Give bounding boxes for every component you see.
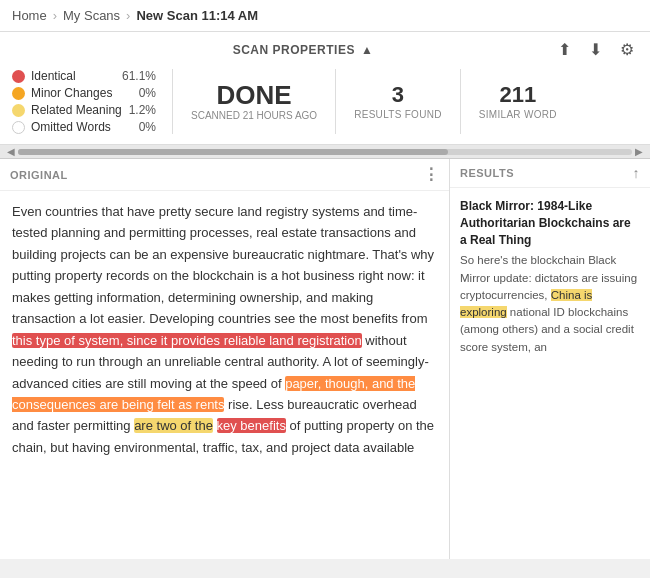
identical-dot [12,70,25,83]
download-button[interactable]: ⬇ [585,38,606,61]
share-button[interactable]: ⬆ [554,38,575,61]
result-highlight-china: China is exploring [460,289,592,318]
stat-similar-label: SIMILAR WORD [479,109,557,120]
scan-properties-icons: ⬆ ⬇ ⚙ [554,38,638,61]
scan-stats-row: Identical 61.1% Minor Changes 0% Related… [12,61,638,144]
settings-button[interactable]: ⚙ [616,38,638,61]
result-card-1-title: Black Mirror: 1984-Like Authoritarian Bl… [460,198,640,248]
stat-done-text: DONE [217,82,292,108]
scroll-thumb [18,149,448,155]
scan-properties-label: SCAN PROPERTIES [233,43,355,57]
identical-label: Identical [31,69,116,83]
minor-dot [12,87,25,100]
result-card-1-body: So here's the blockchain Black Mirror up… [460,252,640,356]
breadcrumb-home[interactable]: Home [12,8,47,23]
breadcrumb-my-scans[interactable]: My Scans [63,8,120,23]
chevron-up-icon: ▲ [361,43,373,57]
original-highlight-red-2: key benefits [217,418,286,433]
omitted-dot [12,121,25,134]
results-label: RESULTS [460,167,514,179]
related-dot [12,104,25,117]
legend-column: Identical 61.1% Minor Changes 0% Related… [12,69,172,134]
stat-results-num: 3 [392,83,404,107]
scroll-left-arrow[interactable]: ◀ [4,146,18,157]
minor-pct: 0% [139,86,156,100]
original-highlight-yellow-1: are two of the [134,418,213,433]
original-highlight-red-1: this type of system, since it provides r… [12,333,362,348]
scan-properties-panel: SCAN PROPERTIES ▲ ⬆ ⬇ ⚙ Identical 61.1% … [0,32,650,145]
stat-done-block: DONE SCANNED 21 HOURS AGO [172,69,335,134]
original-text-space [213,418,217,433]
omitted-label: Omitted Words [31,120,133,134]
results-panel: RESULTS ↑ Black Mirror: 1984-Like Author… [450,159,650,559]
identical-pct: 61.1% [122,69,156,83]
original-label: ORIGINAL [10,169,68,181]
results-sort-button[interactable]: ↑ [633,165,641,181]
original-text-without: without [362,333,407,348]
horizontal-scrollbar[interactable]: ◀ ▶ [0,145,650,159]
stat-scanned-ago: SCANNED 21 HOURS AGO [191,110,317,121]
scroll-track[interactable] [18,149,632,155]
original-text-1: Even countries that have pretty secure l… [12,204,434,326]
scan-properties-toggle[interactable]: SCAN PROPERTIES ▲ [233,43,374,57]
omitted-pct: 0% [139,120,156,134]
legend-item-omitted: Omitted Words 0% [12,120,156,134]
original-menu-button[interactable]: ⋮ [423,165,440,184]
result-card-1[interactable]: Black Mirror: 1984-Like Authoritarian Bl… [460,198,640,356]
related-label: Related Meaning [31,103,123,117]
minor-label: Minor Changes [31,86,133,100]
main-content-area: ORIGINAL ⋮ Even countries that have pret… [0,159,650,559]
original-panel-body[interactable]: Even countries that have pretty secure l… [0,191,449,559]
breadcrumb-sep-1: › [53,8,57,23]
stat-similar-block: 211 SIMILAR WORD [460,69,575,134]
scroll-right-arrow[interactable]: ▶ [632,146,646,157]
breadcrumb: Home › My Scans › New Scan 11:14 AM [0,0,650,32]
stat-similar-num: 211 [499,83,536,107]
breadcrumb-sep-2: › [126,8,130,23]
stat-results-label: RESULTS FOUND [354,109,442,120]
results-panel-body[interactable]: Black Mirror: 1984-Like Authoritarian Bl… [450,188,650,559]
results-panel-header: RESULTS ↑ [450,159,650,188]
stat-results-block: 3 RESULTS FOUND [335,69,460,134]
breadcrumb-current: New Scan 11:14 AM [136,8,258,23]
legend-item-minor: Minor Changes 0% [12,86,156,100]
original-panel-header: ORIGINAL ⋮ [0,159,449,191]
legend-item-related: Related Meaning 1.2% [12,103,156,117]
related-pct: 1.2% [129,103,156,117]
original-panel: ORIGINAL ⋮ Even countries that have pret… [0,159,450,559]
legend-item-identical: Identical 61.1% [12,69,156,83]
